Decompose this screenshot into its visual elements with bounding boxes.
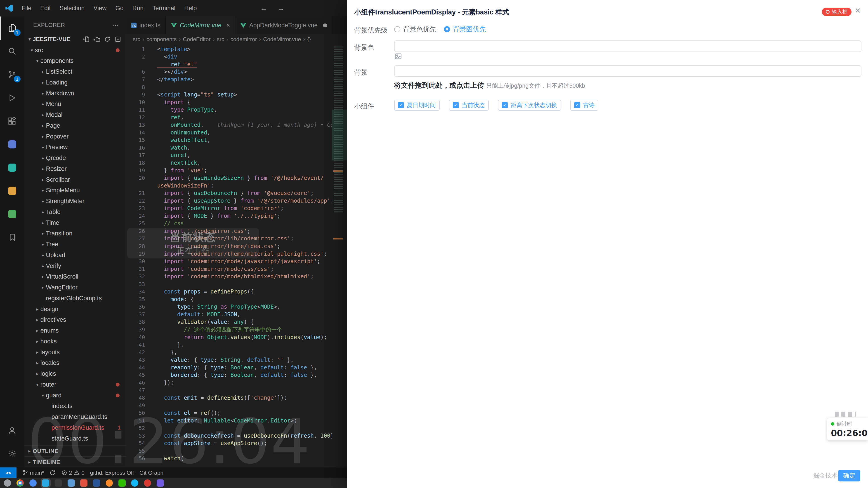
tree-item-enums[interactable]: ▸enums [24,325,126,336]
collapse-all-icon[interactable] [115,36,121,42]
checkbox-widget-[interactable]: ✓古诗 [570,100,598,111]
menu-edit[interactable]: Edit [36,5,55,12]
tree-item-listselect[interactable]: ▸ListSelect [24,66,126,77]
taskbar-terminal[interactable] [55,480,62,487]
taskbar-app-blue[interactable] [29,480,37,487]
taskbar-music[interactable] [144,480,151,487]
activity-run-debug[interactable] [0,86,24,109]
tree-item-layouts[interactable]: ▸layouts [24,347,126,358]
breadcrumb-item[interactable]: CodeEditor [183,36,211,42]
close-icon[interactable]: ✕ [855,7,861,14]
bg-input[interactable] [394,65,862,77]
activity-bookmarks[interactable] [0,226,24,249]
checkbox-widget-[interactable]: ✓夏日期时间 [394,100,440,111]
tree-item-src[interactable]: ▾src [24,45,126,56]
taskbar-chrome[interactable] [17,480,24,487]
breadcrumb-item[interactable]: components [147,36,177,42]
tree-item-registerglobcomp-ts[interactable]: registerGlobComp.ts [24,293,126,304]
tree-item-components[interactable]: ▾components [24,56,126,66]
taskbar-vscode[interactable] [42,480,49,487]
menu-run[interactable]: Run [128,5,148,12]
activity-extension-amber[interactable] [0,179,24,202]
breadcrumb-item[interactable]: src [217,36,224,42]
taskbar-editor-app[interactable] [157,480,164,487]
activity-account[interactable] [0,419,24,442]
taskbar-show-apps[interactable] [4,480,11,487]
tree-item-tree[interactable]: ▸Tree [24,239,126,250]
checkbox-widget-[interactable]: ✓当前状态 [449,100,489,111]
tree-item-transition[interactable]: ▸Transition [24,228,126,239]
tab-codemirror-vue[interactable]: CodeMirror.vue× [166,17,236,34]
activity-search[interactable] [0,40,24,63]
taskbar-wps[interactable] [80,480,88,487]
tree-item-verify[interactable]: ▸Verify [24,260,126,271]
tree-item-modal[interactable]: ▸Modal [24,109,126,121]
forward-icon[interactable]: → [277,4,285,12]
activity-explorer[interactable]: 1 [0,17,24,40]
tree-item-design[interactable]: ▸design [24,304,126,315]
tree-item-time[interactable]: ▸Time [24,217,126,228]
upload-dropzone-text[interactable]: 将文件拖到此处，或点击上传只能上传jpg/png文件，且不超过500kb [394,81,585,90]
menu-file[interactable]: File [17,5,36,12]
tree-item-simplemenu[interactable]: ▸SimpleMenu [24,185,126,196]
activity-remote-explorer[interactable] [0,133,24,156]
new-file-icon[interactable] [83,36,90,42]
minimap-viewport[interactable] [332,109,347,160]
new-folder-icon[interactable] [94,36,100,42]
back-icon[interactable]: ← [260,4,268,12]
activity-extension-green[interactable] [0,202,24,226]
tree-item-preview[interactable]: ▸Preview [24,142,126,153]
tree-item-upload[interactable]: ▸Upload [24,250,126,261]
menu-help[interactable]: Help [180,5,201,12]
tree-item-guard[interactable]: ▾guard [24,390,126,401]
refresh-icon[interactable] [104,36,111,42]
activity-source-control[interactable]: 1 [0,63,24,86]
activity-extension-teal[interactable] [0,156,24,180]
tree-item-qrcode[interactable]: ▸Qrcode [24,153,126,164]
taskbar-wechat[interactable] [119,480,126,487]
tree-item-hooks[interactable]: ▸hooks [24,336,126,347]
breadcrumb-item[interactable]: {} [307,36,311,42]
taskbar-qq[interactable] [131,480,138,487]
breadcrumb-item[interactable]: CodeMirror.vue [263,36,301,42]
tree-item-virtualscroll[interactable]: ▸VirtualScroll [24,271,126,282]
menu-view[interactable]: View [89,5,111,12]
tree-item-table[interactable]: ▸Table [24,207,126,218]
minimap[interactable] [332,44,347,467]
breadcrumb-item[interactable]: codemirror [230,36,257,42]
tree-item-directives[interactable]: ▸directives [24,315,126,325]
tree-item-router[interactable]: ▾router [24,379,126,390]
tree-item-wangeditor[interactable]: ▸WangEditor [24,282,126,293]
checkbox-widget-[interactable]: ✓距离下次状态切换 [498,100,561,111]
radio-bg-color-priority[interactable]: 背景色优先 [394,25,436,34]
menu-selection[interactable]: Selection [55,5,89,12]
tab-appdarkmodetoggle-vue[interactable]: AppDarkModeToggle.vue [235,17,332,34]
upload-main-text[interactable]: 将文件拖到此处，或点击上传 [394,81,484,89]
taskbar-firefox[interactable] [106,480,113,487]
tree-item-popover[interactable]: ▸Popover [24,131,126,142]
bgcolor-input[interactable] [394,40,862,52]
menu-terminal[interactable]: Terminal [148,5,180,12]
tree-item-markdown[interactable]: ▸Markdown [24,88,126,99]
tree-item-resizer[interactable]: ▸Resizer [24,164,126,174]
activity-extensions[interactable] [0,109,24,133]
confirm-button[interactable]: 确定 [838,470,860,482]
radio-bg-image-priority[interactable]: 背景图优先 [444,25,486,34]
close-icon[interactable]: × [226,22,230,29]
tab-index-ts[interactable]: TSindex.ts [126,17,166,34]
breadcrumb-item[interactable]: src [133,36,141,42]
taskbar-files[interactable] [68,480,75,487]
menu-go[interactable]: Go [111,5,128,12]
tree-item-page[interactable]: ▸Page [24,121,126,131]
more-actions-icon[interactable]: ⋯ [113,22,119,29]
tree-item-logics[interactable]: ▸logics [24,368,126,379]
tree-item-scrollbar[interactable]: ▸Scrollbar [24,174,126,185]
activity-settings[interactable] [0,442,24,465]
taskbar-office[interactable] [93,480,100,487]
tree-item-strengthmeter[interactable]: ▸StrengthMeter [24,196,126,207]
remote-indicator[interactable]: >< [0,467,17,478]
tree-item-locales[interactable]: ▸locales [24,358,126,368]
project-row[interactable]: ▾ JEESITE-VUE [24,34,126,45]
tree-item-loading[interactable]: ▸Loading [24,77,126,88]
tree-item-menu[interactable]: ▸Menu [24,99,126,109]
